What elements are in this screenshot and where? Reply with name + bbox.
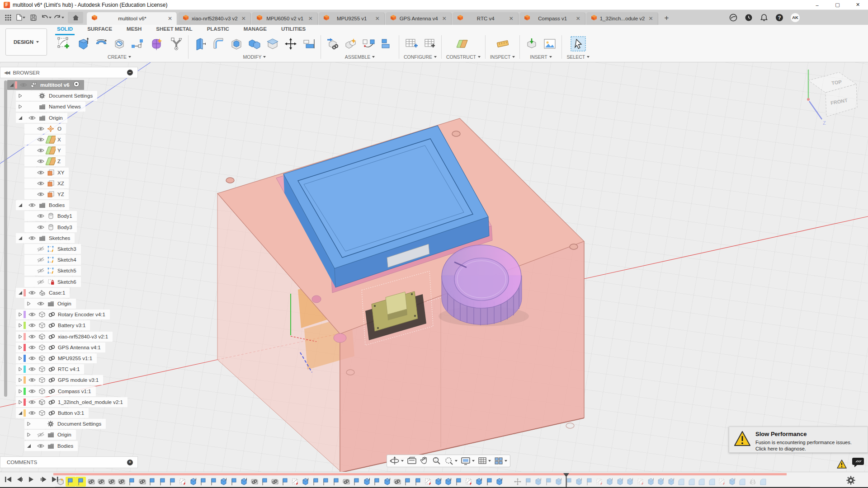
document-tab-mpu9255-v1[interactable]: MPU9255 v1✕ (319, 12, 385, 25)
browser-item-body1[interactable]: Body1 (24, 211, 77, 221)
ribbon-tab-solid[interactable]: SOLID (51, 25, 79, 34)
visibility-icon[interactable] (27, 378, 37, 382)
align-icon[interactable] (302, 37, 316, 51)
visibility-icon[interactable] (36, 137, 46, 142)
timeline-feature-flag-icon[interactable] (157, 477, 168, 487)
redo-icon[interactable] (53, 12, 64, 23)
feedback-chat-icon[interactable] (852, 456, 864, 468)
timeline-feature-fillet-icon[interactable] (686, 477, 697, 487)
notifications-bell-icon[interactable] (760, 13, 769, 22)
timeline-feature-sketch-icon[interactable] (717, 477, 727, 487)
timeline-feature-extrude-icon[interactable] (300, 477, 311, 487)
expand-arrow-icon[interactable] (17, 399, 24, 405)
browser-item-sketches[interactable]: Sketches (16, 233, 75, 243)
browser-item-button-v3-1[interactable]: Button v3:1 (16, 408, 89, 418)
ribbon-tab-manage[interactable]: MANAGE (237, 25, 273, 34)
timeline-feature-flag-icon[interactable] (484, 477, 495, 487)
visibility-icon[interactable] (36, 225, 46, 230)
expand-arrow-icon[interactable] (17, 355, 24, 362)
visibility-icon[interactable] (27, 367, 37, 371)
browser-item-mpu9255-v1-1[interactable]: MPU9255 v1:1 (16, 353, 97, 363)
group-label-insert[interactable]: INSERT (530, 54, 552, 60)
browser-item-document-settings[interactable]: Document Settings (16, 91, 97, 101)
app-grid-icon[interactable] (3, 12, 14, 23)
timeline-feature-link-icon[interactable] (341, 477, 352, 487)
expand-arrow-icon[interactable] (25, 421, 32, 427)
visibility-icon[interactable] (36, 170, 46, 175)
close-tab-icon[interactable]: ✕ (508, 15, 514, 22)
visibility-icon[interactable] (27, 116, 37, 120)
timeline-feature-extrude-icon[interactable] (604, 477, 615, 487)
browser-item-multitool-v6[interactable]: multitool v6 (7, 80, 84, 90)
timeline-feature-flag-icon[interactable] (584, 477, 594, 487)
timeline-feature-move-icon[interactable] (513, 477, 523, 487)
timeline-feature-sketch-icon[interactable] (635, 477, 646, 487)
insert-link-icon[interactable] (326, 37, 340, 51)
group-label-assemble[interactable]: ASSEMBLE (345, 54, 375, 60)
timeline-feature-extrude-icon[interactable] (239, 477, 250, 487)
timeline-feature-extrude-icon[interactable] (615, 477, 625, 487)
timeline-feature-extrude-icon[interactable] (574, 477, 585, 487)
document-tab-mpu6050-v2-v1[interactable]: MPU6050 v2 v1✕ (252, 12, 318, 25)
browser-item-origin[interactable]: Origin (24, 430, 76, 440)
group-label-modify[interactable]: MODIFY (243, 54, 266, 60)
timeline-feature-extrude-icon[interactable] (554, 477, 564, 487)
user-avatar[interactable]: AK (790, 13, 800, 23)
timeline-feature-flag-icon[interactable] (321, 477, 331, 487)
select-cursor-icon[interactable] (570, 35, 587, 52)
ribbon-tab-plastic[interactable]: PLASTIC (201, 25, 236, 34)
new-component-icon[interactable] (344, 37, 358, 51)
timeline-feature-fillet-icon[interactable] (697, 477, 707, 487)
save-icon[interactable] (28, 12, 39, 23)
close-tab-icon[interactable]: ✕ (647, 15, 654, 22)
step-back-button[interactable] (15, 475, 24, 484)
visibility-icon[interactable] (36, 214, 46, 218)
collapse-arrow-icon[interactable] (17, 235, 24, 241)
measure-icon[interactable] (495, 37, 510, 51)
close-tab-icon[interactable]: ✕ (374, 15, 381, 22)
timeline-feature-fillet-icon[interactable] (676, 477, 687, 487)
browser-item-y[interactable]: Y (24, 145, 66, 155)
plane-icon[interactable] (456, 37, 471, 51)
extrude-icon[interactable] (76, 37, 90, 51)
visibility-icon[interactable] (27, 312, 37, 317)
expand-arrow-icon[interactable] (17, 322, 24, 329)
ribbon-tab-sheet-metal[interactable]: SHEET METAL (150, 25, 198, 34)
collapse-arrow-icon[interactable] (25, 442, 32, 449)
group-label-create[interactable]: CREATE (108, 54, 131, 60)
document-tab-gps-antenna-v4[interactable]: GPS Antenna v4✕ (386, 12, 452, 25)
timeline-feature-flag-icon[interactable] (147, 477, 157, 487)
ribbon-tab-utilities[interactable]: UTILITIES (275, 25, 312, 34)
timeline-position-marker[interactable] (563, 473, 569, 488)
close-tab-icon[interactable]: ✕ (441, 15, 448, 22)
timeline-feature-link-icon[interactable] (96, 477, 106, 487)
visibility-icon[interactable] (27, 291, 37, 295)
home-button[interactable] (68, 12, 83, 23)
timeline-feature-extrude-icon[interactable] (666, 477, 676, 487)
pipe-icon[interactable] (169, 37, 184, 51)
look-at-icon[interactable] (407, 457, 417, 465)
add-comment-icon[interactable]: + (127, 460, 133, 465)
browser-item-bodies[interactable]: Bodies (16, 200, 69, 210)
browser-item-yz[interactable]: YZ (24, 189, 69, 199)
timeline-feature-extrude-icon[interactable] (433, 477, 443, 487)
timeline-feature-flag-icon[interactable] (259, 477, 270, 487)
timeline-feature-link-icon[interactable] (392, 477, 403, 487)
timeline-feature-link-icon[interactable] (137, 477, 147, 487)
browser-item-body3[interactable]: Body3 (24, 222, 77, 232)
insert-import-icon[interactable] (524, 37, 539, 51)
close-tab-icon[interactable]: ✕ (575, 15, 581, 22)
slow-performance-notification[interactable]: Slow Performance Fusion is encountering … (729, 427, 868, 453)
browser-item-rotary-encoder-v4-1[interactable]: Rotary Encoder v4:1 (16, 310, 110, 319)
timeline-feature-extrude-icon[interactable] (533, 477, 543, 487)
expand-arrow-icon[interactable] (17, 311, 24, 318)
config-insert-icon[interactable] (422, 37, 437, 51)
visibility-icon[interactable] (36, 159, 46, 164)
visibility-icon[interactable] (27, 411, 37, 415)
timeline-feature-flag-icon[interactable] (311, 477, 321, 487)
timeline-feature-flag-icon[interactable] (75, 477, 86, 487)
notification-line2[interactable]: Click here to diagnose. (755, 446, 806, 451)
timeline-feature-flag-icon[interactable] (127, 477, 137, 487)
timeline-feature-sketch-icon[interactable] (464, 477, 474, 487)
split-icon[interactable] (265, 37, 280, 51)
